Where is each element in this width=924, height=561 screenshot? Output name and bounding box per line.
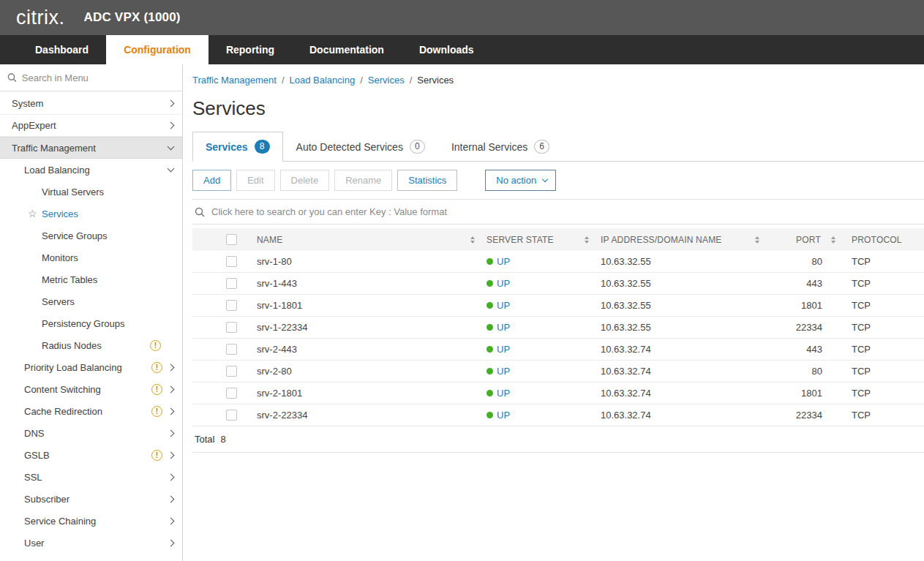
delete-button[interactable]: Delete bbox=[280, 170, 330, 191]
server-state: UP bbox=[487, 366, 510, 377]
top-nav: DashboardConfigurationReportingDocumenta… bbox=[0, 35, 924, 64]
sidebar-item-cache-redirection[interactable]: Cache Redirection! bbox=[0, 400, 182, 422]
sidebar-item-servers[interactable]: Servers bbox=[0, 290, 182, 312]
chevron-right-icon bbox=[168, 473, 175, 481]
rename-button[interactable]: Rename bbox=[334, 170, 392, 191]
sort-icon[interactable] bbox=[831, 236, 835, 244]
sidebar-item-icons: ! bbox=[151, 384, 173, 395]
sidebar-search-input[interactable] bbox=[22, 72, 175, 83]
sidebar-item-dns[interactable]: DNS bbox=[0, 422, 182, 444]
cell-name: srv-2-1801 bbox=[257, 388, 487, 399]
sort-icon[interactable] bbox=[585, 236, 589, 244]
row-checkbox[interactable] bbox=[226, 278, 237, 289]
no-action-dropdown[interactable]: No action bbox=[485, 170, 556, 191]
row-checkbox-cell bbox=[192, 256, 257, 267]
sidebar-item-load-balancing[interactable]: Load Balancing bbox=[0, 159, 182, 181]
server-state: UP bbox=[487, 256, 510, 267]
row-checkbox[interactable] bbox=[226, 388, 237, 399]
tab-count-badge: 0 bbox=[410, 140, 425, 154]
server-state-label[interactable]: UP bbox=[497, 300, 510, 311]
sort-icon[interactable] bbox=[470, 236, 475, 244]
statistics-button[interactable]: Statistics bbox=[397, 170, 457, 191]
add-button[interactable]: Add bbox=[192, 170, 231, 191]
sidebar-item-label: Virtual Servers bbox=[42, 187, 104, 197]
total-row: Total 8 bbox=[192, 426, 924, 453]
table-row[interactable]: srv-2-1801UP10.63.32.741801TCP bbox=[192, 383, 924, 404]
sidebar-item-appexpert[interactable]: AppExpert bbox=[0, 115, 182, 137]
sort-icon[interactable] bbox=[755, 236, 759, 244]
table-row[interactable]: srv-2-443UP10.63.32.74443TCP bbox=[192, 339, 924, 361]
sidebar-item-label: Radius Nodes bbox=[42, 340, 102, 351]
table-row[interactable]: srv-1-80UP10.63.32.5580TCP bbox=[192, 251, 924, 273]
row-checkbox[interactable] bbox=[226, 344, 237, 355]
sidebar-item-subscriber[interactable]: Subscriber bbox=[0, 488, 182, 510]
table-row[interactable]: srv-1-443UP10.63.32.55443TCP bbox=[192, 273, 924, 295]
column-header-protocol[interactable]: PROTOCOL bbox=[852, 235, 902, 245]
sidebar-item-virtual-servers[interactable]: Virtual Servers bbox=[0, 181, 182, 203]
sidebar-item-user[interactable]: User bbox=[0, 532, 182, 554]
cell-ip-address: 10.63.32.74 bbox=[601, 388, 771, 399]
tab-internal-services[interactable]: Internal Services6 bbox=[438, 132, 563, 162]
select-all-checkbox[interactable] bbox=[226, 234, 237, 245]
table-row[interactable]: srv-2-80UP10.63.32.7480TCP bbox=[192, 361, 924, 383]
nav-tab-dashboard[interactable]: Dashboard bbox=[18, 35, 106, 64]
sidebar-item-metric-tables[interactable]: Metric Tables bbox=[0, 268, 182, 290]
server-state: UP bbox=[487, 344, 510, 355]
cell-port: 1801 bbox=[771, 300, 844, 311]
nav-tab-downloads[interactable]: Downloads bbox=[402, 35, 492, 64]
tab-services[interactable]: Services8 bbox=[192, 132, 283, 162]
cell-port: 22334 bbox=[771, 410, 844, 421]
table-search[interactable]: Click here to search or you can enter Ke… bbox=[192, 200, 924, 225]
nav-tab-documentation[interactable]: Documentation bbox=[292, 35, 402, 64]
sidebar-item-services[interactable]: ☆Services bbox=[0, 203, 182, 225]
row-checkbox[interactable] bbox=[226, 256, 237, 267]
edit-button[interactable]: Edit bbox=[236, 170, 274, 191]
sidebar-item-service-groups[interactable]: Service Groups bbox=[0, 225, 182, 246]
row-checkbox[interactable] bbox=[226, 366, 237, 377]
sidebar-search[interactable] bbox=[0, 64, 182, 91]
cell-port: 22334 bbox=[771, 322, 844, 333]
server-state-label[interactable]: UP bbox=[497, 366, 510, 377]
column-header-ip-address[interactable]: IP ADDRESS/DOMAIN NAME bbox=[601, 235, 722, 245]
column-header-server-state[interactable]: SERVER STATE bbox=[487, 235, 554, 245]
breadcrumb-link-services[interactable]: Services bbox=[368, 75, 405, 86]
table-row[interactable]: srv-1-1801UP10.63.32.551801TCP bbox=[192, 295, 924, 317]
row-checkbox-cell bbox=[192, 278, 257, 289]
sidebar-item-content-switching[interactable]: Content Switching! bbox=[0, 378, 182, 400]
nav-tab-reporting[interactable]: Reporting bbox=[209, 35, 292, 64]
sidebar-item-gslb[interactable]: GSLB! bbox=[0, 444, 182, 466]
tab-auto-detected-services[interactable]: Auto Detected Services0 bbox=[283, 132, 438, 162]
row-checkbox[interactable] bbox=[226, 410, 237, 421]
server-state-label[interactable]: UP bbox=[497, 256, 510, 267]
server-state-label[interactable]: UP bbox=[497, 388, 510, 399]
server-state-label[interactable]: UP bbox=[497, 278, 510, 289]
server-state-label[interactable]: UP bbox=[497, 410, 510, 421]
sidebar-item-icons bbox=[168, 431, 173, 436]
sidebar-item-radius-nodes[interactable]: Radius Nodes! bbox=[0, 334, 182, 356]
nav-tab-configuration[interactable]: Configuration bbox=[106, 35, 209, 64]
sidebar-item-ssl[interactable]: SSL bbox=[0, 466, 182, 488]
row-checkbox[interactable] bbox=[226, 300, 237, 311]
sidebar-item-icons bbox=[168, 497, 173, 502]
sidebar-item-service-chaining[interactable]: Service Chaining bbox=[0, 510, 182, 532]
breadcrumb-separator: / bbox=[410, 75, 413, 86]
chevron-down-icon bbox=[542, 176, 548, 182]
breadcrumb-link-traffic-management[interactable]: Traffic Management bbox=[192, 75, 277, 86]
table-row[interactable]: srv-1-22334UP10.63.32.5522334TCP bbox=[192, 317, 924, 339]
column-header-port[interactable]: PORT bbox=[796, 235, 821, 245]
sidebar-item-monitors[interactable]: Monitors bbox=[0, 246, 182, 268]
sidebar-item-priority-load-balancing[interactable]: Priority Load Balancing! bbox=[0, 356, 182, 378]
breadcrumb-link-load-balancing[interactable]: Load Balancing bbox=[290, 75, 356, 86]
server-state-label[interactable]: UP bbox=[497, 322, 510, 333]
sidebar-item-label: Subscriber bbox=[24, 494, 70, 505]
table-row[interactable]: srv-2-22334UP10.63.32.7422334TCP bbox=[192, 404, 924, 426]
sidebar-item-traffic-management[interactable]: Traffic Management bbox=[0, 137, 182, 159]
sidebar-item-label: AppExpert bbox=[12, 120, 56, 131]
sidebar-item-system[interactable]: System bbox=[0, 93, 182, 115]
column-header-name[interactable]: NAME bbox=[257, 235, 282, 245]
server-state-label[interactable]: UP bbox=[497, 344, 510, 355]
sidebar-menu: SystemAppExpertTraffic ManagementLoad Ba… bbox=[0, 91, 182, 554]
chevron-right-icon bbox=[168, 122, 175, 129]
sidebar-item-persistency-groups[interactable]: Persistency Groups bbox=[0, 312, 182, 334]
row-checkbox[interactable] bbox=[226, 322, 237, 333]
